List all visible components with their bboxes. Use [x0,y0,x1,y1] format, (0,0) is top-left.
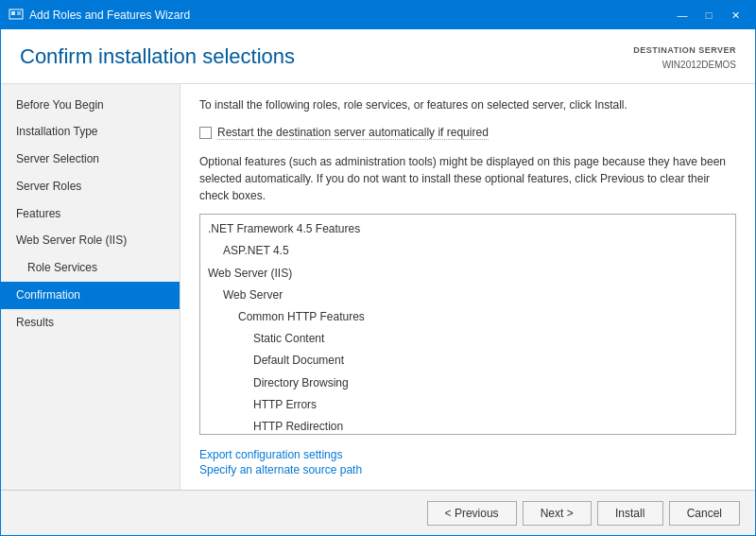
feature-item: Directory Browsing [200,372,735,394]
feature-item: Default Document [200,350,735,372]
features-list[interactable]: .NET Framework 4.5 FeaturesASP.NET 4.5We… [199,214,736,435]
restart-checkbox-label: Restart the destination server automatic… [217,126,489,140]
main-content: Before You BeginInstallation TypeServer … [1,84,755,491]
sidebar-item-web-server-role-(iis)[interactable]: Web Server Role (IIS) [1,227,180,254]
sidebar-item-features[interactable]: Features [1,200,180,228]
sidebar-item-role-services[interactable]: Role Services [1,254,180,282]
header-section: Confirm installation selections DESTINAT… [1,29,755,84]
sidebar-item-server-selection[interactable]: Server Selection [1,146,180,173]
sidebar-item-server-roles[interactable]: Server Roles [1,173,180,200]
destination-label: DESTINATION SERVER [633,44,736,58]
optional-text: Optional features (such as administratio… [199,153,736,204]
sidebar: Before You BeginInstallation TypeServer … [1,84,180,491]
install-button[interactable]: Install [597,501,663,526]
sidebar-item-installation-type[interactable]: Installation Type [1,118,180,146]
feature-item: Common HTTP Features [200,306,735,328]
window-controls: — □ ✕ [670,6,747,25]
feature-item: Static Content [200,328,735,350]
window-title: Add Roles and Features Wizard [29,9,190,22]
destination-server-info: DESTINATION SERVER WIN2012DEMOS [633,44,736,72]
maximize-button[interactable]: □ [696,6,721,25]
sidebar-item-confirmation[interactable]: Confirmation [1,282,180,309]
restart-checkbox-row[interactable]: Restart the destination server automatic… [199,122,736,144]
feature-item: .NET Framework 4.5 Features [200,218,735,240]
feature-item: ASP.NET 4.5 [200,240,735,262]
svg-rect-1 [11,11,15,15]
feature-item: HTTP Errors [200,394,735,416]
footer: < Previous Next > Install Cancel [1,490,755,535]
page-title: Confirm installation selections [20,44,295,69]
restart-checkbox[interactable] [199,127,212,139]
links-section: Export configuration settingsSpecify an … [199,448,736,476]
destination-server-name: WIN2012DEMOS [633,58,736,72]
feature-item: Web Server [200,285,735,306]
close-button[interactable]: ✕ [723,6,747,25]
sidebar-item-results[interactable]: Results [1,309,180,337]
next-button[interactable]: Next > [523,501,592,526]
minimize-button[interactable]: — [670,6,695,25]
content-area: Confirm installation selections DESTINAT… [1,29,755,490]
wizard-icon [9,8,24,23]
feature-item: Web Server (IIS) [200,263,735,285]
wizard-window: Add Roles and Features Wizard — □ ✕ Conf… [0,0,756,536]
link-export-configuration-settings[interactable]: Export configuration settings [199,448,736,461]
previous-button[interactable]: < Previous [427,501,517,526]
feature-item: HTTP Redirection [200,416,735,435]
link-specify-an-alternate-source-path[interactable]: Specify an alternate source path [199,463,736,476]
cancel-button[interactable]: Cancel [669,501,740,526]
right-panel: To install the following roles, role ser… [180,84,755,491]
title-bar: Add Roles and Features Wizard — □ ✕ [1,1,755,29]
instruction-text: To install the following roles, role ser… [199,97,736,113]
sidebar-item-before-you-begin[interactable]: Before You Begin [1,92,180,119]
title-bar-left: Add Roles and Features Wizard [9,8,190,23]
